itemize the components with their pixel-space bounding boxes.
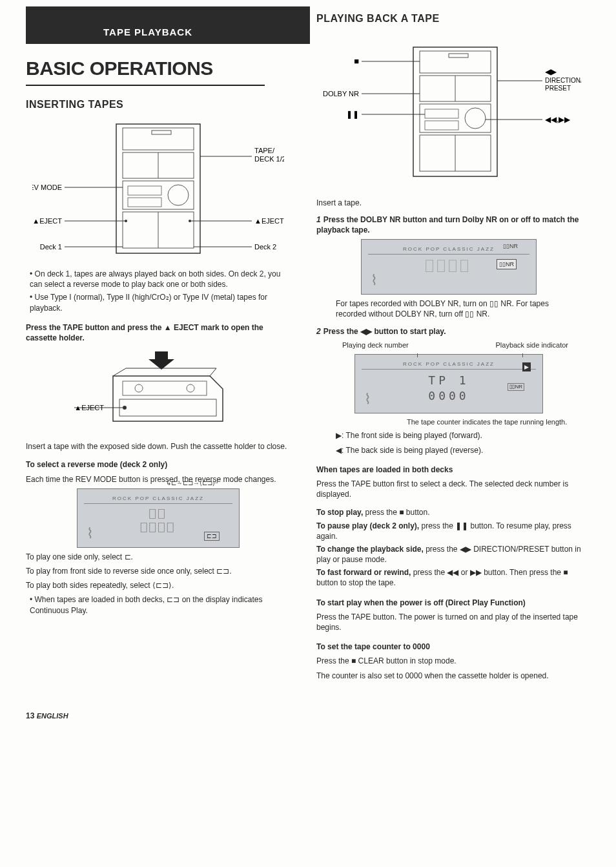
svg-rect-33 [425, 109, 458, 118]
play-option-3: To play both sides repeatedly, select ⟨⊏… [26, 580, 291, 590]
cassette-open-diagram: ▲EJECT [26, 347, 291, 437]
svg-rect-27 [420, 51, 491, 73]
stereo-diagram-left: REV MODE ▲EJECT Deck 1 TAPE/ DECK 1/2 ▲E… [26, 118, 291, 266]
label-direction-1: ◀▶ [545, 67, 557, 76]
svg-rect-23 [119, 399, 216, 416]
inserting-tapes-heading: INSERTING TAPES [26, 98, 291, 112]
pause-instr: To pause play (deck 2 only), press the ❚… [316, 521, 581, 541]
bullet-1: • On deck 1, tapes are always played bac… [30, 269, 291, 289]
label-tape-deck-1: TAPE/ [254, 147, 275, 154]
play-option-2: To play from front side to reverse side … [26, 566, 291, 576]
label-ffrw: ◀◀,▶▶ [545, 115, 571, 124]
svg-point-22 [187, 384, 194, 392]
label-rev-mode: REV MODE [32, 183, 62, 191]
counter-note: The tape counter indicates the tape runn… [407, 417, 581, 427]
svg-rect-34 [425, 121, 458, 130]
play-display: ROCK POP CLASSIC JAZZ TP 1 0000 ▶ ▯▯NR ⌇ [354, 354, 543, 413]
label-tape-deck-2: DECK 1/2 [254, 155, 284, 163]
svg-rect-28 [449, 54, 468, 57]
manual-page: TAPE PLAYBACK BASIC OPERATIONS INSERTING… [0, 0, 616, 711]
svg-point-32 [465, 108, 486, 129]
svg-marker-19 [149, 351, 174, 370]
left-column: BASIC OPERATIONS INSERTING TAPES [26, 48, 291, 685]
label-dolby: DOLBY NR [323, 90, 359, 98]
anno-side-indicator: Playback side indicator [495, 340, 568, 350]
ff-instr: To fast forward or rewind, press the ◀◀ … [316, 567, 581, 588]
reverse-mode-text: Each time the REV MODE button is pressed… [26, 474, 291, 485]
svg-rect-8 [128, 198, 161, 207]
insert-tape-text: Insert a tape with the exposed side down… [26, 441, 291, 452]
label-eject-right: ▲EJECT [254, 217, 284, 225]
stereo-diagram-right: ■ DOLBY NR ❚❚ ◀▶ DIRECTION/ PRESET ◀◀,▶▶ [316, 39, 581, 194]
reverse-mode-heading: To select a reverse mode (deck 2 only) [26, 459, 291, 470]
label-direction-3: PRESET [545, 85, 571, 92]
label-deck1: Deck 1 [40, 243, 62, 251]
both-decks-text: Press the TAPE button first to select a … [316, 479, 581, 499]
insert-tape-right: Insert a tape. [316, 198, 581, 208]
label-stop: ■ [354, 56, 359, 66]
side-forward: ▶: The front side is being played (forwa… [336, 430, 581, 441]
dolby-display: ▯▯NR ROCK POP CLASSIC JAZZ ⎕⎕⎕⎕ ▯▯NR ⌇ [361, 239, 537, 295]
svg-point-6 [168, 185, 189, 205]
svg-rect-2 [152, 131, 171, 134]
press-tape-instruction: Press the TAPE button and press the ▲ EJ… [26, 322, 291, 343]
play-option-1: To play one side only, select ⊏. [26, 552, 291, 562]
section-banner: TAPE PLAYBACK [26, 6, 310, 44]
stop-instr: To stop play, press the ■ button. [316, 507, 581, 517]
counter-reset-heading: To set the tape counter to 0000 [316, 642, 581, 652]
direct-play-heading: To start play when the power is off (Dir… [316, 598, 581, 608]
svg-rect-1 [123, 128, 194, 150]
label-direction-2: DIRECTION/ [545, 77, 581, 84]
bullet-2: • Use Type I (normal), Type II (high/CrO… [30, 292, 291, 313]
step1-note: For tapes recorded with DOLBY NR, turn o… [336, 298, 581, 319]
page-title: BASIC OPERATIONS [26, 56, 265, 86]
label-deck2: Deck 2 [254, 243, 276, 251]
label-pause: ❚❚ [346, 110, 359, 119]
label-eject-small: ▲EJECT [74, 404, 104, 412]
change-side-instr: To change the playback side, press the ◀… [316, 544, 581, 565]
step-1: 1Press the DOLBY NR button and turn Dolb… [316, 214, 581, 235]
playing-back-heading: PLAYING BACK A TAPE [316, 12, 581, 26]
label-eject-left: ▲EJECT [32, 217, 62, 225]
step-2: 2Press the ◀▶ button to start play. [316, 326, 581, 337]
counter-reset-text2: The counter is also set to 0000 when the… [316, 671, 581, 681]
side-reverse: ◀: The back side is being played (revers… [336, 445, 581, 455]
anno-playing-deck: Playing deck number [342, 340, 409, 350]
counter-reset-text1: Press the ■ CLEAR button in stop mode. [316, 656, 581, 666]
both-decks-heading: When tapes are loaded in both decks [316, 465, 581, 475]
reverse-mode-display: ↳⊏→⊏⊐→⟨⊏⊐⟩┘ ROCK POP CLASSIC JAZZ ⎕⎕ ⎕⎕⎕… [77, 488, 240, 548]
svg-point-21 [135, 384, 143, 392]
continuous-play-note: • When tapes are loaded in both decks, ⊏… [30, 594, 291, 615]
right-column: PLAYING BACK A TAPE [316, 48, 581, 685]
svg-point-24 [123, 406, 127, 410]
svg-rect-7 [128, 186, 161, 195]
direct-play-text: Press the TAPE button. The power is turn… [316, 612, 581, 632]
